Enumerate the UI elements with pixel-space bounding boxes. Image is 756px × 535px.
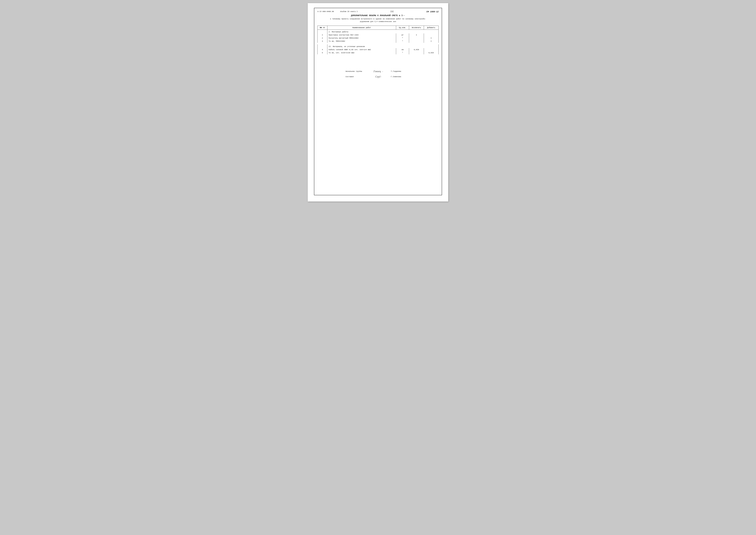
document-border: А-ІУ-600-0480.90 Альбом IO книга I І3І С… (314, 8, 442, 195)
main-table: №№ пп Наименование работ Ед.изм. Исключи… (317, 26, 439, 64)
page-container: А-ІУ-600-0480.90 Альбом IO книга I І3І С… (308, 3, 448, 202)
col-header-exclude: Исключить (409, 26, 424, 30)
row-2-num: 2 (317, 37, 327, 40)
row-2-name: Пускатель магнитный ПМЛ222002 (327, 37, 396, 40)
document-subtitle: к типовому проекту сооружения встроенног… (317, 18, 439, 23)
signature-row-2: Составил Серƒ- Г.Семенова (345, 75, 439, 78)
row-3-num: 3 (317, 40, 327, 43)
table-row: 2 Пускатель магнитный ПМЛ222002 " I (317, 37, 439, 40)
row-1-name: Приставка контактная ПКЛ II04 (327, 33, 396, 37)
table-row: I Приставка контактная ПКЛ II04 шт I (317, 33, 439, 37)
section-2-title: II. Материалы, не учтенные ценником (327, 44, 439, 48)
row-5-name: То же, сеч. 3хI6+IхI0 мм2 (327, 51, 396, 54)
row-2-add: I (424, 37, 439, 40)
row-1-num: I (317, 33, 327, 37)
col-header-unit: Ед.изм. (396, 26, 409, 30)
section-header-2: II. Материалы, не учтенные ценником (317, 44, 439, 48)
section-header-1: I. Монтажные работы (317, 30, 439, 34)
row-4-num: 4 (317, 48, 327, 51)
row-2-unit: " (396, 37, 409, 40)
section-1-title: I. Монтажные работы (327, 30, 439, 34)
row-2-exclude (409, 37, 424, 40)
signature-section: Начальник группы Гоноец - Т.Гордеева Сос… (317, 70, 439, 78)
row-4-add (424, 48, 439, 51)
spacer-row-1 (317, 43, 439, 44)
sig-name-2: Г.Семенова (391, 76, 401, 78)
row-1-exclude: I (409, 33, 424, 37)
filler-row (317, 54, 439, 64)
sig-label-1: Начальник группы (345, 70, 367, 72)
sig-script-2: Серƒ- (367, 75, 389, 78)
header-right-code: СФ 1009-12 (426, 11, 439, 13)
sig-name-1: Т.Гордеева (391, 70, 401, 72)
table-row: 4 Кабель силовой АВВГ-0,66 сеч. 3х6+1х4 … (317, 48, 439, 51)
table-row: 3 То же, ПМЛ22I002 " I (317, 40, 439, 43)
sig-label-2: Составил (345, 76, 367, 78)
row-3-unit: " (396, 40, 409, 43)
header-left: А-ІУ-600-0480.90 Альбом IO книга I (317, 11, 358, 13)
row-3-add: I (424, 40, 439, 43)
row-4-exclude: 0,0I0 (409, 48, 424, 51)
row-3-name: То же, ПМЛ22I002 (327, 40, 396, 43)
col-header-add: Добавить (424, 26, 439, 30)
row-1-add (424, 33, 439, 37)
album-label: Альбом IO книга I (340, 11, 358, 13)
col-header-num: №№ пп (317, 26, 327, 30)
table-row: 5 То же, сеч. 3хI6+IхI0 мм2 " 0,0I0 (317, 51, 439, 54)
section-2-num (317, 44, 327, 48)
signature-row-1: Начальник группы Гоноец - Т.Гордеева (345, 70, 439, 73)
row-5-exclude (409, 51, 424, 54)
doc-code-left: А-ІУ-600-0480.90 (317, 11, 334, 13)
row-1-unit: шт (396, 33, 409, 37)
table-header-row: №№ пп Наименование работ Ед.изм. Исключи… (317, 26, 439, 30)
row-4-name: Кабель силовой АВВГ-0,66 сеч. 3х6+1х4 мм… (327, 48, 396, 51)
row-4-unit: км (396, 48, 409, 51)
row-5-unit: " (396, 51, 409, 54)
row-5-num: 5 (317, 51, 327, 54)
row-5-add: 0,0I0 (424, 51, 439, 54)
header-row: А-ІУ-600-0480.90 Альбом IO книга I І3І С… (317, 11, 439, 13)
section-1-num (317, 30, 327, 34)
header-center-num: І3І (390, 11, 394, 13)
col-header-name: Наименование работ (327, 26, 396, 30)
row-3-exclude (409, 40, 424, 43)
document-title: ДОПОЛНИТЕЛЬНЫЕ ОБЪЕМЫ К ЛОКАЛЬНОЙ СМЕТЕ … (317, 14, 439, 17)
sig-script-1: Гоноец - (367, 70, 389, 73)
